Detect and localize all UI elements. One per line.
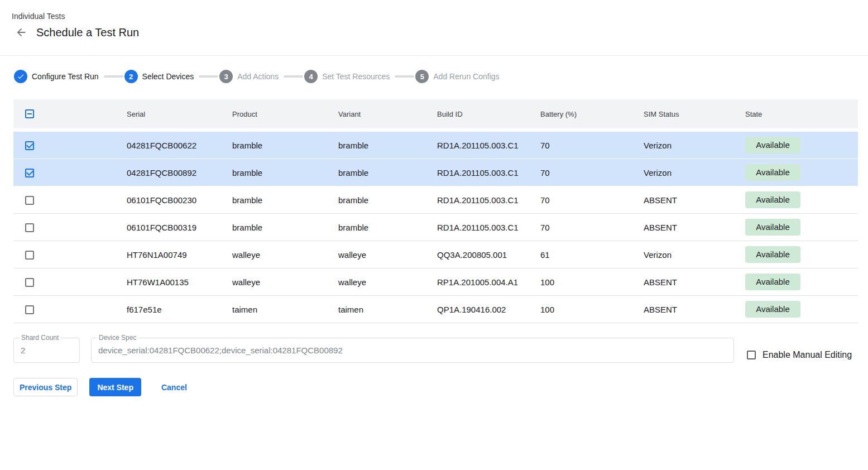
cell-variant: bramble: [331, 195, 430, 205]
cell-serial: 06101FQCB00319: [119, 223, 225, 232]
action-buttons: Previous Step Next Step Cancel: [13, 378, 196, 396]
next-step-button[interactable]: Next Step: [89, 378, 141, 396]
step-label: Select Devices: [142, 72, 194, 81]
cell-battery: 70: [533, 141, 636, 150]
cell-state: Available: [738, 164, 858, 181]
step-label: Add Rerun Configs: [433, 72, 499, 81]
state-badge: Available: [745, 301, 800, 318]
step-number: 4: [304, 70, 318, 83]
cell-battery: 61: [533, 250, 636, 260]
state-badge: Available: [745, 219, 800, 236]
cell-serial: HT76W1A00135: [119, 277, 225, 287]
step-select-devices[interactable]: 2Select Devices: [124, 70, 194, 83]
previous-step-button[interactable]: Previous Step: [13, 378, 78, 396]
step-number: 2: [124, 70, 138, 83]
cell-build-id: RP1A.201005.004.A1: [430, 277, 533, 287]
cell-serial: 06101FQCB00230: [119, 195, 225, 205]
row-checkbox[interactable]: [25, 223, 34, 232]
device-row[interactable]: 06101FQCB00319bramblebrambleRD1A.201105.…: [13, 214, 858, 241]
cell-battery: 70: [533, 168, 636, 178]
title-row: Schedule a Test Run: [15, 25, 139, 40]
manual-editing-checkbox[interactable]: [747, 351, 756, 359]
cell-battery: 100: [533, 305, 636, 314]
cell-product: bramble: [225, 223, 331, 232]
row-checkbox[interactable]: [25, 251, 34, 260]
cell-variant: bramble: [331, 168, 430, 178]
cell-state: Available: [738, 246, 858, 263]
device-table: SerialProductVariantBuild IDBattery (%)S…: [13, 99, 858, 323]
row-checkbox-cell: [13, 250, 119, 260]
step-connector: [199, 75, 218, 78]
step-connector: [395, 75, 414, 78]
device-row[interactable]: 04281FQCB00892bramblebrambleRD1A.201105.…: [13, 159, 858, 186]
cell-product: bramble: [225, 168, 331, 178]
stepper: Configure Test Run2Select Devices3Add Ac…: [14, 69, 500, 84]
cell-product: taimen: [225, 305, 331, 314]
column-header-serial: Serial: [119, 110, 225, 118]
step-add-rerun-configs[interactable]: 5Add Rerun Configs: [415, 70, 499, 83]
cell-sim-status: Verizon: [636, 141, 738, 150]
column-header-build-id: Build ID: [430, 110, 533, 118]
step-configure-test-run[interactable]: Configure Test Run: [14, 70, 99, 83]
cell-product: bramble: [225, 195, 331, 205]
cell-battery: 70: [533, 195, 636, 205]
schedule-test-run-page: Individual Tests Schedule a Test Run Con…: [0, 0, 868, 470]
column-header-variant: Variant: [331, 110, 430, 118]
cell-variant: taimen: [331, 305, 430, 314]
state-badge: Available: [745, 246, 800, 263]
cell-product: walleye: [225, 250, 331, 260]
row-checkbox-cell: [13, 277, 119, 287]
row-checkbox[interactable]: [25, 305, 34, 314]
enable-manual-editing-toggle[interactable]: Enable Manual Editing: [747, 350, 852, 360]
cell-build-id: RD1A.201105.003.C1: [430, 141, 533, 150]
step-set-test-resources[interactable]: 4Set Test Resources: [304, 70, 390, 83]
step-check-icon: [14, 70, 27, 83]
back-arrow-icon[interactable]: [15, 26, 27, 39]
column-header-sim-status: SIM Status: [636, 110, 738, 118]
cell-sim-status: Verizon: [636, 250, 738, 260]
cell-sim-status: ABSENT: [636, 277, 738, 287]
state-badge: Available: [745, 137, 800, 154]
row-checkbox-cell: [13, 140, 119, 150]
cell-battery: 70: [533, 223, 636, 232]
breadcrumb[interactable]: Individual Tests: [12, 12, 65, 21]
row-checkbox[interactable]: [25, 278, 34, 287]
step-label: Set Test Resources: [322, 72, 390, 81]
device-spec-field[interactable]: Device Spec device_serial:04281FQCB00622…: [91, 338, 734, 363]
row-checkbox[interactable]: [25, 169, 34, 178]
cell-serial: 04281FQCB00622: [119, 141, 225, 150]
cell-serial: HT76N1A00749: [119, 250, 225, 260]
cell-state: Available: [738, 137, 858, 154]
device-row[interactable]: 04281FQCB00622bramblebrambleRD1A.201105.…: [13, 132, 858, 159]
row-checkbox[interactable]: [25, 141, 34, 150]
cell-sim-status: ABSENT: [636, 305, 738, 314]
row-checkbox-cell: [13, 195, 119, 205]
cell-variant: walleye: [331, 250, 430, 260]
row-checkbox-cell: [13, 222, 119, 232]
cell-variant: walleye: [331, 277, 430, 287]
device-row[interactable]: HT76W1A00135walleyewalleyeRP1A.201005.00…: [13, 268, 858, 296]
cell-build-id: QQ3A.200805.001: [430, 250, 533, 260]
state-badge: Available: [745, 191, 800, 208]
step-connector: [284, 75, 303, 78]
row-checkbox[interactable]: [25, 196, 34, 205]
column-header-battery: Battery (%): [533, 110, 636, 118]
device-row[interactable]: HT76N1A00749walleyewalleyeQQ3A.200805.00…: [13, 241, 858, 268]
manual-editing-label: Enable Manual Editing: [763, 350, 852, 360]
device-row[interactable]: 06101FQCB00230bramblebrambleRD1A.201105.…: [13, 186, 858, 214]
step-add-actions[interactable]: 3Add Actions: [219, 70, 279, 83]
cell-build-id: RD1A.201105.003.C1: [430, 195, 533, 205]
step-connector: [104, 75, 123, 78]
device-row[interactable]: f617e51etaimentaimenQP1A.190416.002100AB…: [13, 296, 858, 323]
shard-count-label: Shard Count: [19, 334, 61, 342]
device-spec-value: device_serial:04281FQCB00622;device_seri…: [92, 338, 733, 362]
header-divider: [0, 55, 868, 56]
cancel-button[interactable]: Cancel: [152, 378, 196, 396]
select-all-checkbox[interactable]: [25, 109, 34, 118]
cell-serial: 04281FQCB00892: [119, 168, 225, 178]
page-title: Schedule a Test Run: [36, 26, 139, 39]
step-number: 5: [415, 70, 429, 83]
column-header-product: Product: [225, 110, 331, 118]
shard-count-value: 2: [14, 338, 79, 362]
shard-count-field[interactable]: Shard Count 2: [13, 338, 80, 363]
